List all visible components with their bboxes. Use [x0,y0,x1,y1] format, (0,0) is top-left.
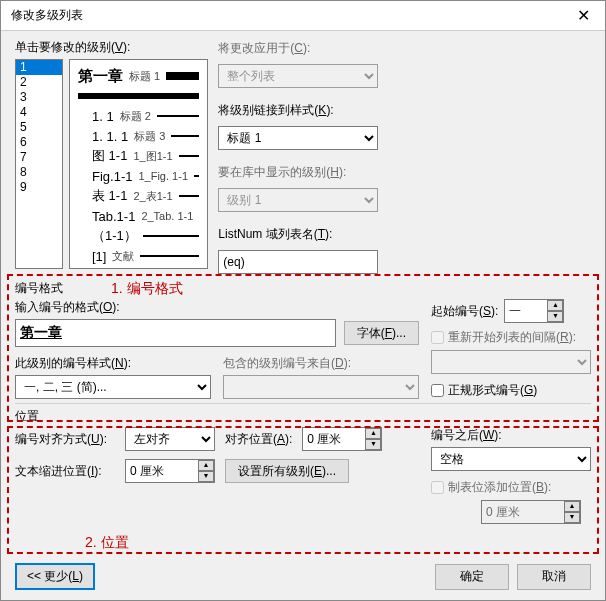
restart-list-checkbox[interactable] [431,331,444,344]
set-all-levels-button[interactable]: 设置所有级别(E)... [225,459,349,483]
number-format-label: 输入编号的格式(O): [15,299,419,316]
level-item[interactable]: 4 [16,105,62,120]
preview-line [78,86,199,106]
text-indent-label: 文本缩进位置(I): [15,463,115,480]
less-button[interactable]: << 更少(L) [15,563,95,590]
restart-list-label: 重新开始列表的间隔(R): [448,329,576,346]
aligned-at-label: 对齐位置(A): [225,431,292,448]
dialog-title: 修改多级列表 [11,7,83,24]
tab-stop-spinner[interactable]: ▲▼ [564,501,580,523]
restart-after-select[interactable] [431,350,591,374]
number-format-input[interactable] [15,319,336,347]
apply-to-select[interactable]: 整个列表 [218,64,378,88]
link-style-label: 将级别链接到样式(K): [218,102,378,119]
number-align-select[interactable]: 左对齐 [125,427,215,451]
level-item[interactable]: 9 [16,180,62,195]
preview-pane: 第一章标题 11. 1标题 21. 1. 1标题 3图 1-11_图1-1Fig… [69,59,208,269]
level-item[interactable]: 5 [16,120,62,135]
font-button[interactable]: 字体(F)... [344,321,419,345]
follow-number-label: 编号之后(W): [431,427,591,444]
include-level-from-select[interactable] [223,375,419,399]
start-at-label: 起始编号(S): [431,303,498,320]
legal-format-label: 正规形式编号(G) [448,382,537,399]
aligned-at-spinner[interactable]: ▲▼ [365,428,381,450]
level-item[interactable]: 7 [16,150,62,165]
levels-label: 单击要修改的级别(V): [15,39,208,56]
text-indent-spinner[interactable]: ▲▼ [198,460,214,482]
section-position-title: 位置 [15,408,591,425]
gallery-level-label: 要在库中显示的级别(H): [218,164,378,181]
link-style-select[interactable]: 标题 1 [218,126,378,150]
follow-number-select[interactable]: 空格 [431,447,591,471]
modify-multilevel-list-dialog: 修改多级列表 ✕ 单击要修改的级别(V): 123456789 第一章标题 11… [0,0,606,601]
start-at-spinner[interactable]: ▲▼ [547,300,563,322]
legal-format-checkbox[interactable] [431,384,444,397]
section-number-format-title: 编号格式 [15,280,591,297]
number-style-select[interactable]: 一, 二, 三 (简)... [15,375,211,399]
preview-line: 图 1-11_图1-1 [92,146,199,166]
preview-line: （1-1） [92,226,199,246]
listnum-label: ListNum 域列表名(T): [218,226,378,243]
level-item[interactable]: 1 [16,60,62,75]
add-tab-stop-label: 制表位添加位置(B): [448,479,551,496]
level-item[interactable]: 6 [16,135,62,150]
number-align-label: 编号对齐方式(U): [15,431,115,448]
level-item[interactable]: 3 [16,90,62,105]
annotation-label-2: 2. 位置 [85,534,129,552]
gallery-level-select[interactable]: 级别 1 [218,188,378,212]
level-item[interactable]: 8 [16,165,62,180]
preview-line: Tab.1-12_Tab. 1-1 [92,206,199,226]
ok-button[interactable]: 确定 [435,564,509,590]
level-item[interactable]: 2 [16,75,62,90]
preview-line: 表 1-12_表1-1 [92,186,199,206]
preview-line: 1. 1. 1标题 3 [92,126,199,146]
apply-to-label: 将更改应用于(C): [218,40,378,57]
titlebar: 修改多级列表 ✕ [1,1,605,31]
levels-listbox[interactable]: 123456789 [15,59,63,269]
add-tab-stop-checkbox[interactable] [431,481,444,494]
preview-line: Fig.1-11_Fig. 1-1 [92,166,199,186]
include-level-from-label: 包含的级别编号来自(D): [223,355,419,372]
preview-line: 第一章标题 1 [78,66,199,86]
close-button[interactable]: ✕ [563,2,603,30]
preview-line: [1]文献 [92,246,199,266]
preview-line: 1. 1标题 2 [92,106,199,126]
number-style-label: 此级别的编号样式(N): [15,355,211,372]
listnum-input[interactable] [218,250,378,274]
cancel-button[interactable]: 取消 [517,564,591,590]
